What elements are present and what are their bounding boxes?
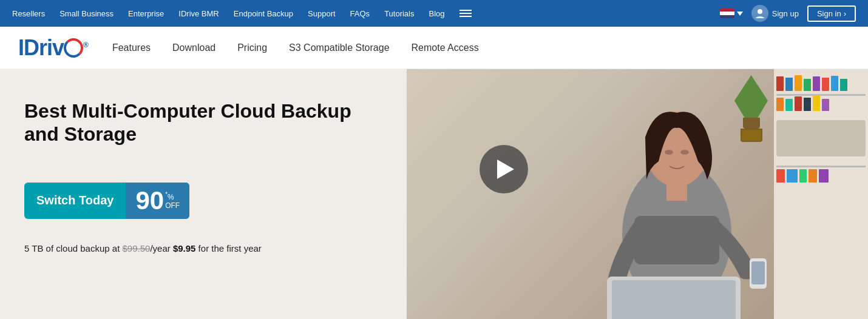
nav-remote-access[interactable]: Remote Access <box>412 42 479 53</box>
nav-enterprise[interactable]: Enterprise <box>128 9 164 18</box>
play-icon <box>497 160 514 179</box>
chevron-down-icon <box>737 12 743 16</box>
woman-illustration <box>558 76 795 319</box>
discount-badge: 90 *% OFF <box>126 183 189 219</box>
switch-today-button[interactable]: Switch Today 90 *% OFF <box>24 183 189 219</box>
main-nav-links: Features Download Pricing S3 Compatible … <box>112 42 479 53</box>
hero-section: Best Multi-Computer Cloud Backup and Sto… <box>0 69 868 319</box>
nav-resellers[interactable]: Resellers <box>12 9 45 18</box>
hero-image <box>407 69 868 319</box>
svg-rect-3 <box>634 216 719 264</box>
svg-point-9 <box>665 150 673 155</box>
pricing-after: for the first year <box>195 243 261 254</box>
hero-pricing: 5 TB of cloud backup at $99.50/year $9.9… <box>24 243 388 254</box>
hero-title: Best Multi-Computer Cloud Backup and Sto… <box>24 99 388 146</box>
svg-rect-5 <box>612 280 736 319</box>
nav-idrive-bmr[interactable]: IDrive BMR <box>178 9 219 18</box>
nav-features[interactable]: Features <box>112 42 151 53</box>
nav-endpoint-backup[interactable]: Endpoint Backup <box>234 9 293 18</box>
video-play-button[interactable] <box>480 145 528 193</box>
main-navigation: IDriv® Features Download Pricing S3 Comp… <box>0 27 868 69</box>
nav-blog[interactable]: Blog <box>429 9 445 18</box>
hero-content: Best Multi-Computer Cloud Backup and Sto… <box>0 69 413 272</box>
svg-rect-8 <box>666 183 687 201</box>
top-navigation: Resellers Small Business Enterprise IDri… <box>0 0 868 27</box>
pricing-new: $9.95 <box>173 243 196 254</box>
nav-tutorials[interactable]: Tutorials <box>384 9 414 18</box>
pricing-original: $99.50 <box>123 243 151 254</box>
signin-button[interactable]: Sign in › <box>807 5 856 22</box>
user-avatar-icon <box>751 5 768 22</box>
signup-link[interactable]: Sign up <box>772 9 799 18</box>
svg-rect-7 <box>751 261 765 284</box>
svg-point-10 <box>680 150 689 155</box>
discount-number: 90 <box>135 188 164 213</box>
nav-s3-storage[interactable]: S3 Compatible Storage <box>289 42 389 53</box>
switch-today-label: Switch Today <box>24 193 126 207</box>
pricing-text-before: 5 TB of cloud backup at <box>24 243 123 254</box>
nav-pricing[interactable]: Pricing <box>237 42 267 53</box>
nav-support[interactable]: Support <box>308 9 336 18</box>
logo[interactable]: IDriv® <box>18 35 88 61</box>
svg-point-0 <box>758 9 762 14</box>
top-nav-links: Resellers Small Business Enterprise IDri… <box>12 9 472 18</box>
hamburger-menu-icon[interactable] <box>459 10 472 17</box>
hero-background <box>407 69 868 319</box>
nav-download[interactable]: Download <box>172 42 215 53</box>
nav-faqs[interactable]: FAQs <box>350 9 370 18</box>
discount-star: *% <box>165 191 180 201</box>
logo-text: IDriv® <box>18 35 88 61</box>
discount-details: *% OFF <box>165 191 180 210</box>
language-selector[interactable] <box>720 8 743 18</box>
user-area: Sign up <box>751 5 799 22</box>
top-nav-right: Sign up Sign in › <box>720 5 856 22</box>
nav-small-business[interactable]: Small Business <box>59 9 114 18</box>
pricing-per: /year <box>150 243 173 254</box>
discount-off: OFF <box>165 201 180 210</box>
us-flag-icon <box>720 8 734 18</box>
